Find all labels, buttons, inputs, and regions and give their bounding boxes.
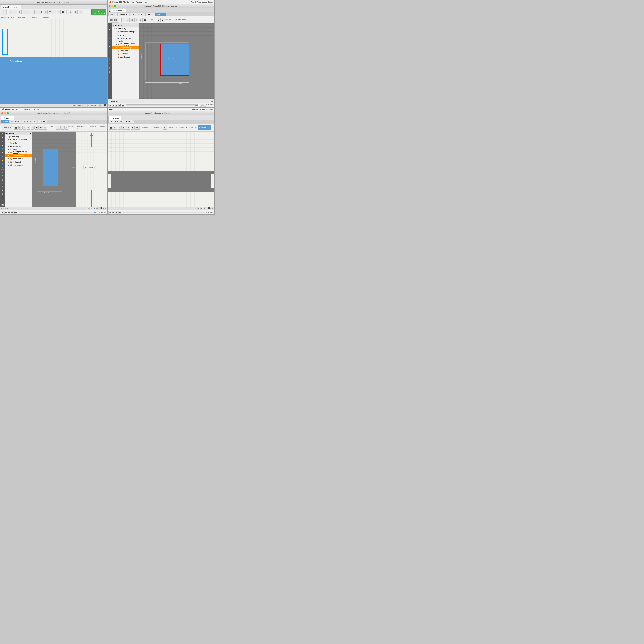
q1-finish-sketch-btn[interactable]: ✓ FINISH SKETCH ▼ (91, 9, 106, 15)
q2-tab-close-btn[interactable]: × (123, 10, 124, 11)
q4-view-zoom[interactable]: ⊕ (197, 207, 200, 210)
q3-bi-basicblock[interactable]: ▶ 📦 Basic Block:1 (5, 157, 32, 160)
q4-canvas[interactable] (108, 132, 214, 207)
q1-tri-tool[interactable]: △ (26, 10, 30, 14)
q2-tab-solid[interactable]: SOLID (108, 13, 117, 16)
q4-pb-start[interactable]: |◀ (108, 211, 111, 214)
q1-circle-tool[interactable]: ○ (13, 10, 17, 14)
q2-menu-view[interactable]: View (131, 1, 135, 3)
q3-icon-extra2[interactable]: ⊙ (1, 182, 4, 185)
q3-param-label[interactable]: -TabDepth ▼ (83, 166, 96, 169)
q4-tab[interactable]: 📄 Untitled* (108, 116, 121, 120)
q3-icon-extra8[interactable]: 📊 (1, 203, 4, 206)
q3-icon-extra7[interactable]: 🔧 (1, 199, 4, 203)
q3-create-icon7[interactable]: fx (39, 126, 43, 130)
q2-apple-menu[interactable]: 🍎 (109, 1, 111, 3)
q3-icon-gen[interactable]: ⊛ (1, 166, 4, 169)
q3-icon-cam[interactable]: ⚡ (1, 159, 4, 162)
q1-tab-nav[interactable]: + ⊕ ▼ ✎ (12, 6, 20, 8)
q4-pb-next[interactable]: ▶| (118, 211, 121, 214)
q2-icon-gear[interactable]: ⚙ (108, 33, 111, 36)
q4-icon6[interactable]: ✥ (131, 126, 135, 130)
q1-inspect-label[interactable]: INSPECT ▼ (18, 16, 27, 18)
q1-canvas[interactable]: Place first point (0, 19, 107, 104)
q4-icon2[interactable]: ⬡ (113, 126, 117, 130)
q1-orbit-btn[interactable]: ↻ (97, 104, 100, 107)
q3-mod3[interactable]: ↻ (64, 126, 68, 130)
q3-mod2[interactable]: ⇧ (60, 126, 64, 130)
q2-line-btn[interactable]: ⌐ (121, 18, 125, 22)
q1-inspect-icon[interactable]: 🔍 (68, 10, 72, 14)
q2-icon-back[interactable]: ◀ (108, 24, 111, 27)
q2-view-home[interactable]: ⌂ (200, 104, 203, 107)
q2-tab[interactable]: 📄 Untitled* × (111, 9, 126, 12)
q3-view3[interactable]: ✥ (93, 207, 96, 210)
q3-view2[interactable]: ⊕ (90, 207, 93, 210)
q1-poly-tool[interactable]: ⬡ (39, 10, 43, 14)
q3-create-icon1[interactable]: ⬛ (14, 126, 18, 130)
q3-icon-model[interactable]: ◈ (1, 144, 4, 147)
q2-icon-render[interactable]: 🌐 (108, 41, 111, 44)
q2-browser-item-leafshape[interactable]: ▶ 📦 Leaf Shape:1 (112, 55, 139, 59)
q1-select-icon[interactable]: ↖ (79, 10, 83, 14)
q3-pb-end[interactable]: ▶▶ (14, 211, 17, 214)
q2-play-start[interactable]: |◀ (108, 104, 111, 107)
q2-menu-window[interactable]: Window (136, 1, 142, 3)
q4-inspect-label[interactable]: INSPECT ▼ (179, 127, 187, 128)
q2-browser-item-namedviews[interactable]: ▶ 📷 Named Views (112, 37, 139, 40)
q2-browser-item-unsaved[interactable]: ▼ ◈ (Unsaved) (112, 27, 139, 30)
q3-design-btn[interactable]: DESIGN ▼ (2, 125, 12, 130)
q2-menu-help[interactable]: Help (144, 1, 147, 3)
q2-icon-mesh[interactable]: ⬡ (108, 66, 111, 70)
q2-mod1-btn[interactable]: ↙ (157, 18, 161, 22)
q4-construct-label[interactable]: CONSTRUCT ▼ (167, 127, 178, 128)
q2-timeline-thumb[interactable] (195, 105, 198, 106)
q4-icon7[interactable]: ⊞ (135, 126, 139, 130)
q4-construct-icon[interactable]: ◈ (163, 126, 167, 130)
q1-box-tool[interactable]: ⊞ (61, 10, 65, 14)
q1-slash-tool[interactable]: / (35, 10, 39, 14)
q3-tab[interactable]: 📄 Untitled* (1, 116, 14, 120)
q3-pb-play[interactable]: ▶ (8, 211, 10, 214)
q2-browser-item-basicblock[interactable]: ▶ 📦 Basic Block:1 (112, 49, 139, 52)
q3-bi-leafshape[interactable]: ▶ 📦 Leaf Shape:1 (5, 164, 32, 167)
q2-icon-gen[interactable]: ⊛ (108, 61, 111, 65)
q1-tab-close[interactable]: × (10, 6, 11, 8)
q2-icon-model[interactable]: ◈ (108, 37, 111, 40)
q3-create-icon5[interactable]: ↗ (31, 126, 35, 130)
q1-line-tool[interactable]: ⌐ (9, 10, 13, 14)
q2-circle-btn[interactable]: ○ (126, 18, 130, 22)
q4-pb-prev[interactable]: ◀ (112, 211, 114, 214)
q3-apple[interactable]: 🍎 (2, 108, 4, 110)
q2-menu-file[interactable]: File (123, 1, 126, 3)
q4-sheet-metal[interactable]: SHEET METAL (108, 120, 124, 123)
q3-bi-units[interactable]: 📐 Units: in (5, 141, 32, 145)
q4-icon5[interactable]: fx (126, 126, 130, 130)
q3-create-icon4[interactable]: ⊕ (27, 126, 30, 130)
q3-tab-solid[interactable]: SOLID (1, 120, 9, 123)
q1-arc-tool[interactable]: ⌒ (31, 10, 35, 14)
q1-home-btn[interactable]: ⌂ (87, 104, 90, 107)
q2-display-opts[interactable]: ▦ ▣ ■ ◉ ⊕ (206, 104, 214, 107)
q3-bi-longrect[interactable]: ▶ 📦 Long Rectangle:1 🔒 (5, 154, 32, 157)
q1-fx-btn[interactable]: fx (1, 9, 7, 15)
q2-icon-F[interactable]: F (108, 70, 111, 74)
q2-canvas[interactable]: fr: 0.20 fr: 0.16 fr: 0.20 (139, 23, 214, 99)
q2-max-btn[interactable] (114, 5, 116, 7)
q2-play-next[interactable]: ▶| (118, 104, 121, 107)
q3-assemble-label[interactable]: ASSEMBLE ▼ (77, 126, 85, 129)
q2-browser-item-docsettings[interactable]: ▼ ⚙ Document Settings (112, 30, 139, 33)
q3-pb-prev[interactable]: ◀ (4, 211, 7, 214)
q3-timeline[interactable] (19, 212, 97, 213)
q3-create-icon2[interactable]: ⬡ (18, 126, 22, 130)
q4-assemble-label[interactable]: ASSEMBLE ▼ (152, 127, 161, 128)
q2-min-btn[interactable] (111, 5, 113, 7)
q1-dot-tool[interactable]: · (52, 10, 56, 14)
q3-left-canvas[interactable]: fr: 0.20 fr: 1.48 ➜ (32, 132, 76, 207)
q3-icon-anim[interactable]: ▶ (1, 151, 4, 154)
q4-view-pan[interactable]: ✥ (200, 207, 203, 210)
q3-tab-surface[interactable]: SURFACE (10, 120, 22, 123)
q3-construct-label[interactable]: CONSTRUCT > (87, 126, 96, 129)
q3-tab-tools[interactable]: TOOLS (38, 120, 47, 123)
q2-more-btn[interactable]: ⊞ (143, 18, 147, 22)
